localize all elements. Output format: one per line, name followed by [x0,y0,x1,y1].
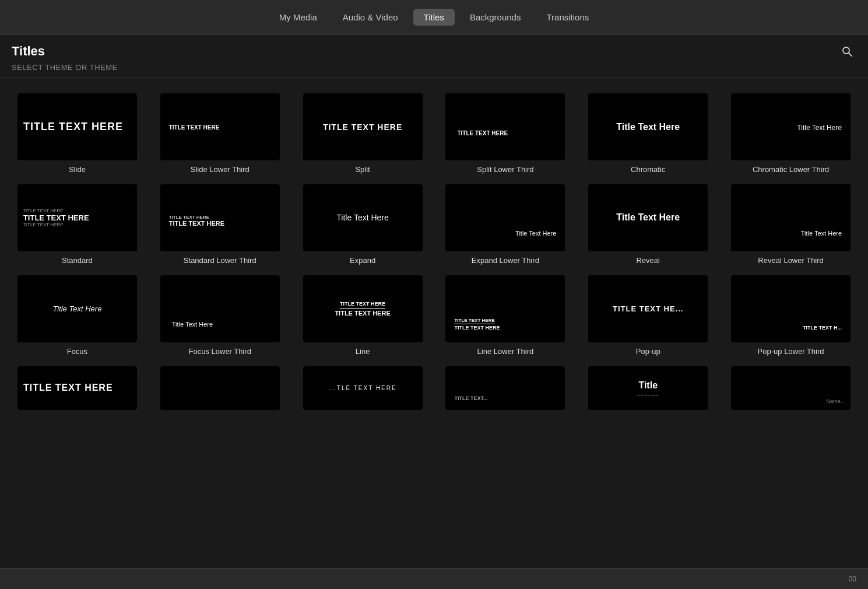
thumb-text-r4c: ...TLE TEXT HERE [328,385,396,391]
card-label-reveal-lower: Reveal Lower Third [758,256,823,266]
thumb-expand: Title Text Here [303,184,423,251]
thumb-chromatic-lower: Title Text Here [731,93,851,160]
page-title: Titles [12,44,45,59]
title-card-r4b[interactable] [149,363,291,420]
card-label-split-lower: Split Lower Third [477,165,533,175]
nav-transitions[interactable]: Transitions [536,9,599,26]
card-label-split: Split [355,165,370,175]
thumb-focus: Title Text Here [17,275,137,342]
bottom-bar: 00 [0,568,868,589]
thumb-block-r4e: Title ______ [637,380,659,396]
card-label-slide: Slide [69,165,86,175]
thumb-text-expand: Title Text Here [336,213,388,222]
card-label-line: Line [356,347,370,357]
title-card-r4f[interactable]: Name... [719,363,862,420]
card-label-expand: Expand [350,256,375,266]
thumb-chromatic: Title Text Here [588,93,708,160]
svg-point-0 [843,47,849,54]
card-label-standard: Standard [62,256,93,266]
title-card-chromatic[interactable]: Title Text Here Chromatic [577,90,719,181]
title-card-reveal[interactable]: Title Text Here Reveal [577,181,719,272]
thumb-line1-r4e: Title [638,380,658,391]
thumb-text-reveal-lower: Title Text Here [801,230,842,237]
thumb-slide-lower: TITLE TEXT HERE [160,93,280,160]
thumb-r4d: TITLE TEXT... [445,366,565,410]
thumb-r4a: TITLE TEXT HERE [17,366,137,410]
title-card-focus-lower[interactable]: Title Text Here Focus Lower Third [149,272,291,363]
title-card-focus[interactable]: Title Text Here Focus [6,272,149,363]
top-nav: My Media Audio & Video Titles Background… [0,0,868,35]
thumb-text-block-line: TITLE TEXT HERE TITLE TEXT HERE [335,301,390,317]
thumb-popup-lower: TITLE TEXT H... [731,275,851,342]
thumb-text-slide-lower: TITLE TEXT HERE [169,124,220,130]
title-card-split-lower[interactable]: TITLE TEXT HERE Split Lower Third [434,90,577,181]
title-card-r4a[interactable]: TITLE TEXT HERE [6,363,149,420]
title-card-popup[interactable]: TITLE TEXT He... Pop-up [577,272,719,363]
title-card-line-lower[interactable]: TITLE TEXT HERE TITLE TEXT HERE Line Low… [434,272,577,363]
nav-titles[interactable]: Titles [413,9,455,26]
thumb-text-split: TITLE TEXT HERE [323,122,402,132]
thumb-text-focus-lower: Title Text Here [172,321,213,328]
thumb-line2-r4e: ______ [637,391,659,396]
thumb-line3-standard: TITLE TEXT HERE [23,222,64,227]
nav-my-media[interactable]: My Media [269,9,328,26]
thumb-text-focus: Title Text Here [52,304,101,313]
thumb-r4c: ...TLE TEXT HERE [303,366,423,410]
bottom-bar-text: 00 [849,575,856,583]
card-label-expand-lower: Expand Lower Third [472,256,539,266]
thumb-text-chromatic-lower: Title Text Here [797,124,842,132]
thumb-text-popup: TITLE TEXT He... [613,304,683,313]
thumb-standard: TITLE TEXT HERE TITLE TEXT HERE TITLE TE… [17,184,137,251]
card-label-slide-lower: Slide Lower Third [191,165,249,175]
title-card-chromatic-lower[interactable]: Title Text Here Chromatic Lower Third [719,90,862,181]
thumb-text-popup-lower: TITLE TEXT H... [803,325,842,331]
title-card-split[interactable]: TITLE TEXT HERE Split [291,90,434,181]
thumb-reveal-lower: Title Text Here [731,184,851,251]
thumb-line-lower: TITLE TEXT HERE TITLE TEXT HERE [445,275,565,342]
thumb-text-expand-lower: Title Text Here [515,230,556,237]
card-label-reveal: Reveal [637,256,660,266]
title-card-slide-lower[interactable]: TITLE TEXT HERE Slide Lower Third [149,90,291,181]
title-card-standard[interactable]: TITLE TEXT HERE TITLE TEXT HERE TITLE TE… [6,181,149,272]
thumb-line2-line-lower: TITLE TEXT HERE [454,325,500,331]
thumb-line2-standard: TITLE TEXT HERE [23,213,89,222]
card-label-focus: Focus [67,347,87,357]
thumb-standard-lower: TITLE TEXT HERE TITLE TEXT HERE [160,184,280,251]
title-card-r4e[interactable]: Title ______ [577,363,719,420]
section-subtitle: SELECT THEME OR THEME [0,63,868,78]
nav-audio-video[interactable]: Audio & Video [332,9,409,26]
title-card-r4d[interactable]: TITLE TEXT... [434,363,577,420]
title-card-line[interactable]: TITLE TEXT HERE TITLE TEXT HERE Line [291,272,434,363]
thumb-focus-lower: Title Text Here [160,275,280,342]
thumb-slide: TITLE TEXT HERE [17,93,137,160]
title-card-r4c[interactable]: ...TLE TEXT HERE [291,363,434,420]
nav-backgrounds[interactable]: Backgrounds [459,9,532,26]
thumb-line2-line: TITLE TEXT HERE [335,310,390,317]
thumb-text-split-lower: TITLE TEXT HERE [457,130,508,136]
thumb-expand-lower: Title Text Here [445,184,565,251]
title-card-expand-lower[interactable]: Title Text Here Expand Lower Third [434,181,577,272]
title-card-standard-lower[interactable]: TITLE TEXT HERE TITLE TEXT HERE Standard… [149,181,291,272]
thumb-split-lower: TITLE TEXT HERE [445,93,565,160]
title-card-popup-lower[interactable]: TITLE TEXT H... Pop-up Lower Third [719,272,862,363]
thumb-r4b [160,366,280,410]
search-button[interactable] [838,42,856,61]
thumb-text-block-standard: TITLE TEXT HERE TITLE TEXT HERE TITLE TE… [23,208,89,227]
card-label-chromatic: Chromatic [631,165,665,175]
card-label-focus-lower: Focus Lower Third [189,347,251,357]
title-card-reveal-lower[interactable]: Title Text Here Reveal Lower Third [719,181,862,272]
thumb-line1-standard-lower: TITLE TEXT HERE [169,215,209,220]
thumb-text-r4f: Name... [827,398,845,404]
card-label-standard-lower: Standard Lower Third [184,256,256,266]
titles-grid: TITLE TEXT HERE Slide TITLE TEXT HERE Sl… [0,84,868,426]
thumb-line1-line: TITLE TEXT HERE [340,301,385,308]
divider [0,78,868,78]
page-header: Titles [0,35,868,63]
thumb-text-r4d: TITLE TEXT... [454,395,487,401]
thumb-text-slide: TITLE TEXT HERE [23,121,123,133]
thumb-split: TITLE TEXT HERE [303,93,423,160]
title-card-expand[interactable]: Title Text Here Expand [291,181,434,272]
card-label-chromatic-lower: Chromatic Lower Third [753,165,829,175]
thumb-popup: TITLE TEXT He... [588,275,708,342]
title-card-slide[interactable]: TITLE TEXT HERE Slide [6,90,149,181]
